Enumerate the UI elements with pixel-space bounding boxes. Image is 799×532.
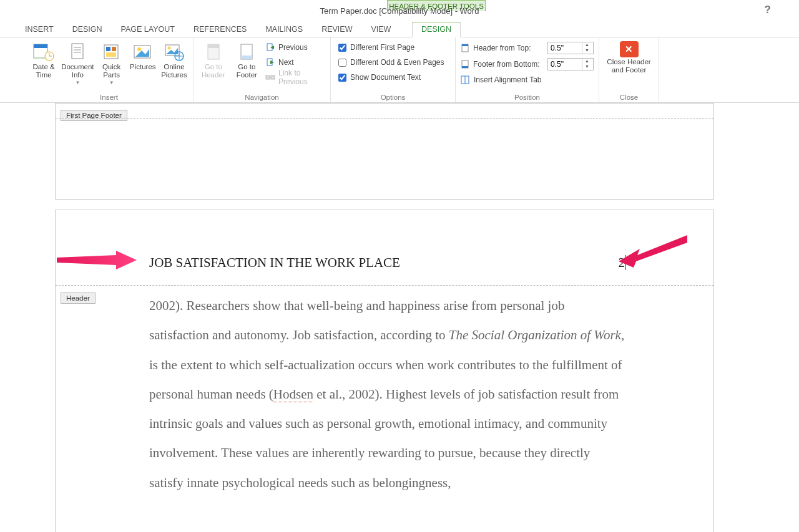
pictures-label: Pictures — [130, 63, 156, 71]
diff-odd-even-label: Different Odd & Even Pages — [350, 58, 444, 67]
date-time-button[interactable]: Date & Time — [30, 40, 57, 102]
date-time-label: Date & Time — [30, 63, 57, 79]
pictures-button[interactable]: Pictures — [129, 40, 157, 102]
diff-odd-even-input[interactable] — [338, 59, 346, 67]
tab-design[interactable]: DESIGN — [71, 22, 104, 37]
spinner-up-icon[interactable]: ▲ — [582, 42, 592, 48]
annotation-arrow-right — [619, 235, 687, 269]
page-2-fragment[interactable]: JOB SATISFACTION IN THE WORK PLACE 2 Hea… — [55, 210, 714, 532]
alignment-tab-icon — [461, 75, 471, 85]
group-label-position: Position — [456, 94, 599, 101]
calendar-clock-icon — [32, 41, 55, 62]
running-head-text[interactable]: JOB SATISFACTION IN THE WORK PLACE — [149, 255, 400, 271]
tab-review[interactable]: REVIEW — [320, 22, 353, 37]
show-doc-text-label: Show Document Text — [350, 73, 421, 82]
link-to-previous-button[interactable]: Link to Previous — [265, 71, 325, 84]
pictures-icon — [132, 41, 154, 62]
header-boundary-line — [56, 285, 713, 286]
svg-rect-29 — [271, 75, 275, 79]
close-icon: ✕ — [620, 41, 639, 57]
body-text-spelling-error: Hodsen — [273, 387, 313, 402]
footer-boundary-line — [56, 118, 713, 119]
ribbon-group-insert: Date & Time Document Info ▼ Quick Parts … — [25, 37, 194, 102]
previous-icon — [265, 42, 275, 52]
ribbon-group-options: Different First Page Different Odd & Eve… — [331, 37, 456, 102]
show-doc-text-input[interactable] — [338, 74, 346, 82]
show-document-text-checkbox[interactable]: Show Document Text — [338, 71, 444, 84]
svg-point-17 — [167, 47, 170, 50]
ribbon-tabs: INSERT DESIGN PAGE LAYOUT REFERENCES MAI… — [0, 20, 799, 37]
svg-rect-12 — [106, 52, 116, 57]
goto-footer-button[interactable]: Go to Footer — [232, 40, 262, 102]
goto-header-icon — [202, 41, 225, 62]
spinner-down-icon[interactable]: ▼ — [582, 64, 592, 70]
link-to-previous-label: Link to Previous — [278, 69, 325, 86]
footer-from-bottom-spinner[interactable]: ▲▼ — [547, 58, 594, 70]
insert-alignment-tab-label: Insert Alignment Tab — [474, 75, 542, 84]
page-number[interactable]: 2 — [619, 255, 627, 270]
ribbon-group-position: Header from Top: ▲▼ Footer from Bottom: … — [456, 37, 599, 102]
document-canvas[interactable]: First Page Footer JOB SATISFACTION IN TH… — [0, 103, 799, 532]
spinner-up-icon[interactable]: ▲ — [582, 59, 592, 64]
next-button[interactable]: Next — [265, 56, 325, 69]
previous-button[interactable]: Previous — [265, 41, 325, 54]
header-from-top-label: Header from Top: — [473, 44, 544, 52]
spinner-down-icon[interactable]: ▼ — [582, 48, 592, 54]
previous-label: Previous — [278, 43, 308, 52]
svg-rect-28 — [266, 75, 270, 79]
body-text-segment: et al., 2002). Highest levels of job sat… — [149, 387, 619, 490]
tab-hf-design[interactable]: DESIGN — [412, 22, 461, 37]
footer-from-bottom-input[interactable] — [548, 60, 582, 69]
group-label-insert: Insert — [25, 94, 193, 101]
header-from-top-input[interactable] — [548, 44, 582, 52]
goto-header-button[interactable]: Go to Header — [199, 40, 228, 102]
svg-marker-37 — [57, 251, 137, 269]
ribbon-group-close: ✕ Close Header and Footer Close — [599, 37, 659, 102]
dropdown-caret-icon: ▼ — [109, 80, 114, 85]
quick-parts-button[interactable]: Quick Parts ▼ — [98, 40, 125, 102]
document-info-button[interactable]: Document Info ▼ — [61, 40, 94, 102]
different-first-page-checkbox[interactable]: Different First Page — [338, 41, 444, 54]
tab-references[interactable]: REFERENCES — [192, 22, 248, 37]
svg-rect-11 — [112, 47, 116, 51]
tab-mailings[interactable]: MAILINGS — [264, 22, 304, 37]
ribbon-group-navigation: Go to Header Go to Footer Previous — [194, 37, 331, 102]
titlebar: HEADER & FOOTER TOOLS Term Paper.doc [Co… — [0, 0, 799, 20]
first-page-footer-tag: First Page Footer — [61, 110, 127, 121]
svg-rect-10 — [106, 47, 110, 51]
svg-rect-5 — [72, 44, 83, 59]
online-pictures-button[interactable]: Online Pictures — [160, 40, 188, 102]
next-icon — [265, 57, 275, 67]
svg-rect-34 — [462, 66, 468, 68]
document-info-label: Document Info — [61, 63, 94, 79]
header-tag: Header — [61, 293, 96, 304]
annotation-arrow-left — [57, 249, 138, 274]
header-from-top-spinner[interactable]: ▲▼ — [547, 42, 594, 54]
svg-point-14 — [137, 47, 141, 51]
insert-alignment-tab-button[interactable]: Insert Alignment Tab — [461, 74, 594, 86]
link-to-previous-icon — [265, 72, 275, 82]
online-pictures-icon — [163, 41, 185, 62]
document-body-text[interactable]: 2002). Researchers show that well-being … — [149, 291, 626, 498]
quick-parts-label: Quick Parts — [98, 63, 125, 79]
next-label: Next — [278, 58, 294, 67]
close-header-footer-button[interactable]: ✕ Close Header and Footer — [605, 40, 654, 102]
group-label-navigation: Navigation — [194, 94, 330, 101]
different-odd-even-checkbox[interactable]: Different Odd & Even Pages — [338, 56, 444, 69]
tab-insert[interactable]: INSERT — [24, 22, 55, 37]
tab-page-layout[interactable]: PAGE LAYOUT — [120, 22, 176, 37]
footer-from-bottom-icon — [461, 60, 469, 69]
footer-from-bottom-label: Footer from Bottom: — [473, 60, 544, 69]
quick-parts-icon — [100, 41, 123, 62]
help-icon[interactable]: ? — [765, 4, 771, 16]
window-title: Term Paper.doc [Compatibility Mode] - Wo… — [320, 6, 479, 16]
svg-rect-1 — [34, 44, 47, 48]
svg-rect-23 — [241, 56, 252, 59]
goto-header-label: Go to Header — [199, 63, 228, 79]
dropdown-caret-icon: ▼ — [75, 80, 80, 85]
page-1-fragment[interactable]: First Page Footer — [55, 103, 714, 200]
document-info-icon — [66, 41, 89, 62]
diff-first-page-input[interactable] — [338, 44, 346, 52]
running-head[interactable]: JOB SATISFACTION IN THE WORK PLACE 2 — [149, 255, 626, 271]
group-label-options: Options — [331, 94, 455, 101]
